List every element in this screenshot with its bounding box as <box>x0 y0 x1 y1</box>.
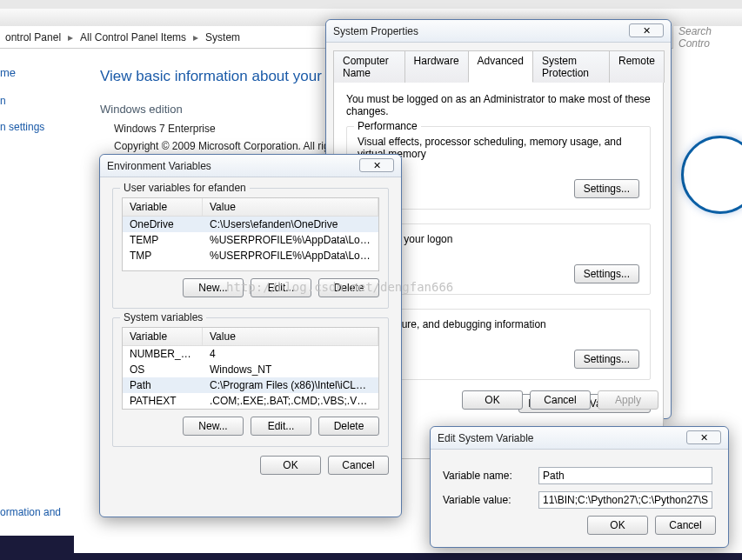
environment-variables-dialog: Environment Variables ✕ User variables f… <box>99 154 402 517</box>
delete-button[interactable]: Delete <box>318 417 379 436</box>
group-legend: User variables for efanden <box>120 182 250 194</box>
search-input[interactable]: Search Contro <box>672 26 742 49</box>
table-row[interactable]: TEMP%USERPROFILE%\AppData\Local\Temp <box>123 232 378 248</box>
ok-button[interactable]: OK <box>462 390 523 410</box>
cancel-button[interactable]: Cancel <box>655 516 716 535</box>
tab-hardware[interactable]: Hardware <box>404 50 469 83</box>
group-legend: System variables <box>120 311 206 323</box>
edit-system-variable-dialog: Edit System Variable ✕ Variable name: Va… <box>430 426 729 548</box>
tab-computer-name[interactable]: Computer Name <box>333 50 405 83</box>
sidebar: me n n settings ormation and <box>0 49 74 536</box>
group-legend: Performance <box>354 120 421 132</box>
breadcrumb-item[interactable]: All Control Panel Items <box>78 31 188 43</box>
delete-button[interactable]: Delete <box>318 278 379 297</box>
table-row[interactable]: PathC:\Program Files (x86)\Intel\iCLS Cl… <box>123 377 378 393</box>
apply-button[interactable]: Apply <box>598 390 658 410</box>
variable-value-input[interactable] <box>538 491 712 509</box>
dialog-title: Environment Variables <box>100 155 401 177</box>
new-button[interactable]: New... <box>183 278 244 297</box>
col-header[interactable]: Value <box>203 198 378 216</box>
tab-system-protection[interactable]: System Protection <box>532 50 610 83</box>
sidebar-item[interactable]: n settings <box>0 121 70 133</box>
field-label: Variable name: <box>443 470 538 482</box>
chevron-right-icon: ▸ <box>188 31 204 43</box>
breadcrumb-item[interactable]: System <box>204 31 242 43</box>
col-header[interactable]: Value <box>203 328 378 345</box>
ok-button[interactable]: OK <box>260 456 321 475</box>
field-label: Variable value: <box>443 494 538 506</box>
tab-advanced[interactable]: Advanced <box>468 50 533 83</box>
system-vars-table[interactable]: Variable Value NUMBER_OF_P...4 OSWindows… <box>122 327 379 410</box>
col-header[interactable]: Variable <box>123 198 203 216</box>
edit-button[interactable]: Edit... <box>251 417 311 436</box>
cancel-button[interactable]: Cancel <box>328 456 389 475</box>
edit-button[interactable]: Edit... <box>251 278 311 297</box>
variable-name-input[interactable] <box>538 467 712 484</box>
ok-button[interactable]: OK <box>587 516 648 535</box>
close-button[interactable]: ✕ <box>629 23 664 37</box>
col-header[interactable]: Variable <box>123 328 203 345</box>
tab-remote[interactable]: Remote <box>609 50 665 83</box>
settings-button[interactable]: Settings... <box>574 264 639 283</box>
sidebar-item[interactable]: n <box>0 95 70 107</box>
user-vars-table[interactable]: Variable Value OneDriveC:\Users\efanden\… <box>122 197 379 271</box>
dialog-title: System Properties <box>326 20 671 43</box>
close-button[interactable]: ✕ <box>359 158 394 172</box>
dialog-title: Edit System Variable <box>431 427 728 450</box>
close-button[interactable]: ✕ <box>686 430 721 444</box>
table-row[interactable]: NUMBER_OF_P...4 <box>123 346 378 362</box>
sidebar-heading[interactable]: me <box>0 66 70 79</box>
tab-bar: Computer Name Hardware Advanced System P… <box>333 50 664 83</box>
new-button[interactable]: New... <box>183 417 244 436</box>
breadcrumb-item[interactable]: ontrol Panel <box>3 31 63 43</box>
cancel-button[interactable]: Cancel <box>530 390 591 410</box>
settings-button[interactable]: Settings... <box>574 350 639 369</box>
table-row[interactable]: OneDriveC:\Users\efanden\OneDrive <box>123 217 378 232</box>
sidebar-item[interactable]: ormation and <box>0 506 61 518</box>
chevron-right-icon: ▸ <box>63 31 78 43</box>
table-row[interactable]: PATHEXT.COM;.EXE;.BAT;.CMD;.VBS;.VBE;.JS… <box>123 393 378 409</box>
table-row[interactable]: TMP%USERPROFILE%\AppData\Local\Temp <box>123 248 378 263</box>
settings-button[interactable]: Settings... <box>574 179 639 198</box>
admin-note: You must be logged on as an Administrato… <box>346 93 651 117</box>
table-row[interactable]: OSWindows_NT <box>123 362 378 377</box>
